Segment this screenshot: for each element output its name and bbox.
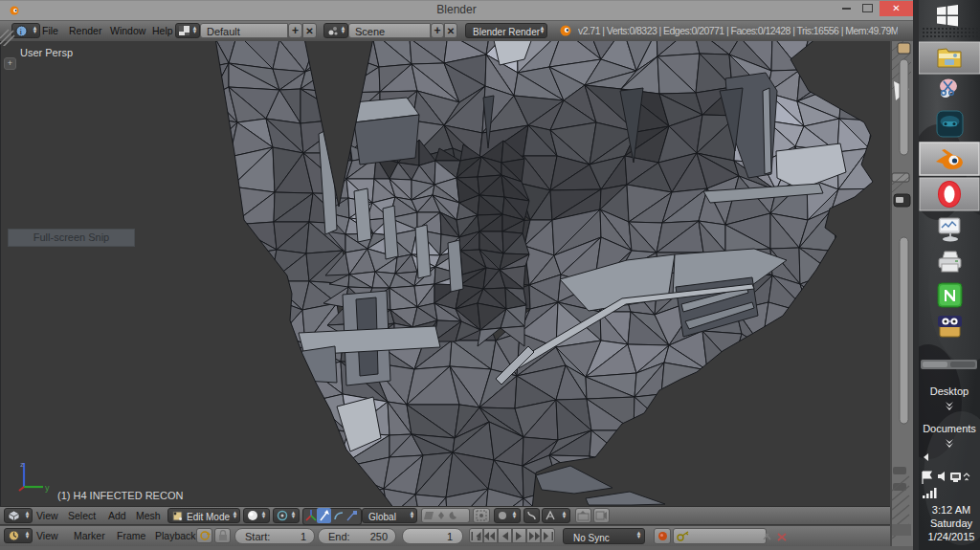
svg-text:z: z	[20, 460, 24, 469]
svg-text:Documents: Documents	[923, 423, 976, 434]
svg-text:y: y	[45, 483, 50, 493]
svg-text:3:12 AM: 3:12 AM	[932, 504, 970, 516]
svg-text:1/24/2015: 1/24/2015	[928, 531, 975, 542]
svg-text:Saturday: Saturday	[930, 517, 973, 529]
svg-text:Desktop: Desktop	[930, 385, 969, 397]
